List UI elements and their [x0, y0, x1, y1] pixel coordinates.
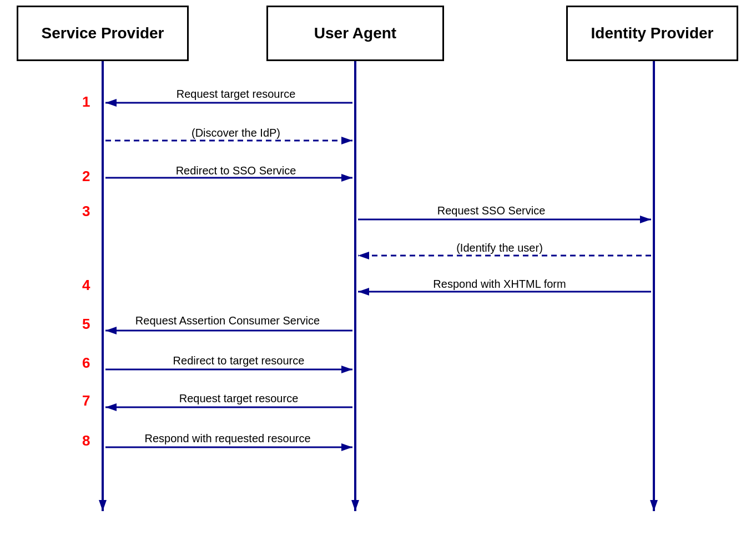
step-4-num: 4 — [82, 277, 90, 294]
step-1-num: 1 — [82, 93, 90, 111]
identify-label: (Identify the user) — [366, 242, 633, 254]
svg-marker-9 — [341, 137, 352, 144]
step-2-num: 2 — [82, 168, 90, 185]
actor-sp-label: Service Provider — [41, 24, 164, 42]
step-8-label: Respond with requested resource — [117, 432, 339, 445]
discover-label: (Discover the IdP) — [139, 127, 333, 139]
svg-marker-11 — [341, 174, 352, 182]
svg-marker-21 — [341, 366, 352, 373]
svg-marker-13 — [640, 216, 651, 223]
step-3-label: Request SSO Service — [366, 204, 616, 217]
actor-ua-label: User Agent — [314, 24, 396, 42]
svg-marker-5 — [650, 500, 658, 511]
step-7-num: 7 — [82, 392, 90, 409]
step-8-num: 8 — [82, 432, 90, 449]
actor-idp: Identity Provider — [566, 6, 738, 61]
step-5-label: Request Assertion Consumer Service — [111, 314, 344, 327]
step-1-label: Request target resource — [139, 88, 333, 101]
svg-marker-23 — [105, 403, 117, 411]
actor-idp-label: Identity Provider — [591, 24, 714, 42]
svg-marker-3 — [99, 500, 107, 511]
step-6-label: Redirect to target resource — [139, 354, 339, 367]
step-7-label: Request target resource — [139, 392, 339, 405]
step-2-label: Redirect to SSO Service — [139, 164, 333, 177]
step-4-label: Respond with XHTML form — [366, 278, 633, 291]
diagram-svg — [0, 0, 756, 535]
svg-marker-25 — [341, 443, 352, 451]
diagram-container: Service Provider User Agent Identity Pro… — [0, 0, 756, 535]
svg-marker-7 — [105, 99, 117, 107]
step-5-num: 5 — [82, 316, 90, 333]
actor-sp: Service Provider — [17, 6, 189, 61]
step-6-num: 6 — [82, 354, 90, 372]
svg-marker-4 — [351, 500, 359, 511]
step-3-num: 3 — [82, 203, 90, 220]
actor-ua: User Agent — [266, 6, 444, 61]
svg-marker-19 — [105, 327, 117, 334]
